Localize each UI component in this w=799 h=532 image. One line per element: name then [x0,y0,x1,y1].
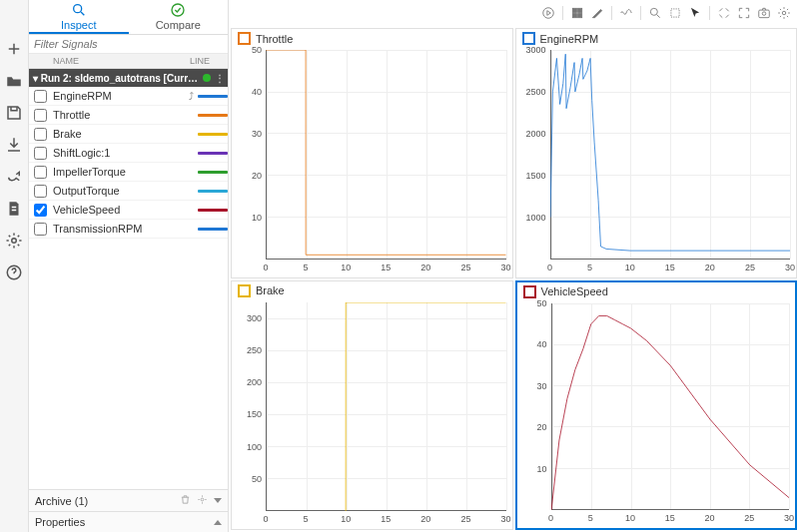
x-tick: 25 [744,513,754,523]
folder-icon[interactable] [5,72,23,90]
signal-row[interactable]: VehicleSpeed [29,201,228,220]
app-root: Inspect Compare NAME LINE ▾ Run 2: sldem… [0,0,799,532]
x-tick: 30 [785,263,795,272]
settings-icon[interactable] [775,4,793,22]
properties-section[interactable]: Properties [29,511,228,532]
clear-icon[interactable] [588,4,606,22]
import-icon[interactable] [5,136,23,154]
mode-tabs: Inspect Compare [29,0,228,35]
x-tick: 30 [784,513,794,523]
signal-name: Throttle [52,109,185,121]
line-swatch [198,190,228,193]
signal-row[interactable]: TransmissionRPM [29,220,228,239]
x-tick: 0 [547,263,552,272]
signal-row[interactable]: EngineRPM ⤴ [29,87,228,106]
help-icon[interactable] [5,264,23,281]
archive-section[interactable]: Archive (1) [29,489,228,511]
y-tick: 100 [247,442,262,452]
signal-checkbox[interactable] [34,147,47,160]
cursor-icon[interactable] [686,4,704,22]
signal-extra-icon: ⤴ [185,91,198,102]
plot-vehiclespeed[interactable]: VehicleSpeed 1020304050051015202530 [515,280,798,531]
signal-checkbox[interactable] [34,166,47,179]
fullscreen-icon[interactable] [735,4,753,22]
x-tick: 0 [263,514,268,524]
col-name: NAME [51,56,190,66]
x-tick: 10 [625,513,635,523]
signal-checkbox[interactable] [34,223,47,236]
add-icon[interactable] [5,40,23,58]
svg-point-2 [73,4,81,12]
y-tick: 10 [536,464,546,474]
signal-type-icon[interactable] [617,4,635,22]
signal-row[interactable]: Brake [29,125,228,144]
line-swatch [198,228,228,231]
x-tick: 25 [745,263,755,272]
y-tick: 3000 [525,45,545,55]
y-tick: 250 [247,345,262,355]
x-tick: 0 [263,263,268,272]
archive-gear-icon[interactable] [197,494,208,507]
signal-checkbox[interactable] [34,90,47,103]
zoom-icon[interactable] [646,4,664,22]
y-tick: 50 [536,298,546,308]
signal-name: Brake [52,128,185,140]
run-icon[interactable] [539,4,557,22]
signal-checkbox[interactable] [34,128,47,141]
data-line [550,50,791,260]
signal-checkbox[interactable] [34,185,47,198]
snapshot-icon[interactable] [755,4,773,22]
plot-brake[interactable]: Brake 50100150200250300051015202530 [231,280,513,531]
y-tick: 200 [247,377,262,387]
signal-row[interactable]: ShiftLogic:1 [29,144,228,163]
y-tick: 50 [252,45,262,55]
signal-row[interactable]: OutputTorque [29,182,228,201]
export-icon[interactable] [5,168,23,186]
signal-row[interactable]: Throttle [29,106,228,125]
y-tick: 2500 [525,87,545,97]
signal-checkbox[interactable] [34,204,47,217]
signal-checkbox[interactable] [34,109,47,122]
plot-enginerpm[interactable]: EngineRPM 100015002000250030000510152025… [515,28,798,278]
svg-rect-8 [572,14,576,18]
tab-compare[interactable]: Compare [129,0,229,34]
col-line: LINE [190,56,228,66]
tab-inspect-label: Inspect [61,19,96,31]
plot-throttle[interactable]: Throttle 1020304050051015202530 [231,28,513,278]
signal-row[interactable]: ImpellerTorque [29,163,228,182]
x-tick: 25 [460,514,470,524]
tab-inspect[interactable]: Inspect [29,0,129,34]
gear-icon[interactable] [5,232,23,250]
x-tick: 15 [665,513,675,523]
side-rail [0,0,29,532]
x-tick: 15 [381,514,391,524]
svg-rect-7 [578,8,582,12]
main-area: Throttle 1020304050051015202530 EngineRP… [229,0,799,532]
svg-rect-6 [572,8,576,12]
archive-trash-icon[interactable] [180,494,191,507]
x-tick: 10 [341,263,351,272]
filter-signals-input[interactable] [29,35,228,54]
search-icon [71,2,87,18]
tab-compare-label: Compare [156,19,201,31]
save-icon[interactable] [5,104,23,122]
x-tick: 25 [460,263,470,272]
y-tick: 150 [247,409,262,419]
svg-rect-12 [759,10,770,18]
svg-point-13 [762,12,766,15]
svg-point-5 [543,8,554,19]
pan-icon[interactable] [666,4,684,22]
fit-icon[interactable] [715,4,733,22]
svg-rect-9 [578,14,582,18]
run-status-dot [203,74,211,82]
side-panel: Inspect Compare NAME LINE ▾ Run 2: sldem… [29,0,229,532]
signal-name: EngineRPM [52,90,185,102]
run-more-icon[interactable]: ⋮ [215,73,224,84]
signal-name: VehicleSpeed [52,204,185,216]
report-icon[interactable] [5,200,23,218]
y-tick: 40 [536,339,546,349]
run-row[interactable]: ▾ Run 2: sldemo_autotrans [Current] ⋮ [29,69,228,87]
layout-icon[interactable] [568,4,586,22]
signal-name: TransmissionRPM [52,223,185,235]
svg-point-14 [782,11,786,15]
